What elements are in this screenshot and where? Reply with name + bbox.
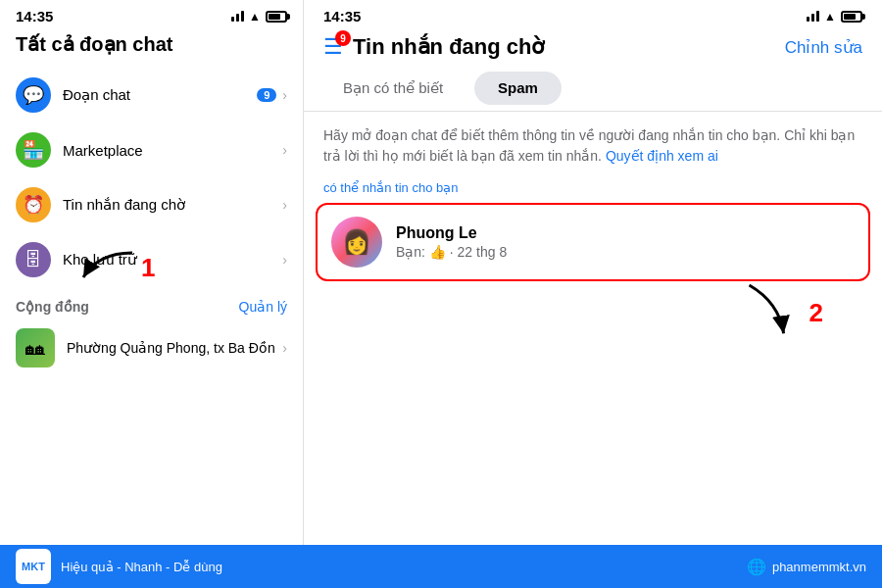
community-thumbnail: 🏘 (16, 328, 55, 368)
globe-icon: 🌐 (747, 558, 766, 576)
community-section-header: Cộng đồng Quản lý (0, 287, 303, 320)
page-title: Tin nhắn đang chờ (353, 34, 544, 60)
menu-label-marketplace: Marketplace (63, 142, 282, 159)
mkt-logo: MKT (16, 549, 51, 584)
info-text-content: Hãy mở đoạn chat để biết thêm thông tin … (323, 127, 855, 164)
archive-icon: 🗄 (16, 242, 51, 277)
battery-icon (266, 11, 287, 23)
community-item[interactable]: 🏘 Phường Quảng Phong, tx Ba Đồn › (0, 320, 303, 375)
community-manage-button[interactable]: Quản lý (239, 299, 287, 315)
pending-menu-icon: ⏰ (16, 187, 51, 222)
edit-button[interactable]: Chỉnh sửa (785, 37, 862, 58)
pending-list: có thể nhắn tin cho bạn 👩 Phuong Le Bạn:… (304, 172, 882, 287)
annotation-2-label: 2 (809, 298, 823, 328)
right-panel: 14:35 ▲ ☰ 9 Tin nhắn đang chờ (304, 0, 882, 545)
message-card[interactable]: 👩 Phuong Le Bạn: 👍 · 22 thg 8 (316, 203, 870, 281)
left-panel: 14:35 ▲ Tất cả đoạn chat 💬 Đoạn chat (0, 0, 304, 545)
menu-label-tin-nhan: Tin nhắn đang chờ (63, 196, 282, 214)
website-label: phanmemmkt.vn (772, 560, 866, 574)
right-header: ☰ 9 Tin nhắn đang chờ Chỉnh sửa (304, 28, 882, 72)
right-time: 14:35 (323, 8, 361, 24)
signal-icon (231, 11, 244, 22)
menu-item-marketplace[interactable]: 🏪 Marketplace › (8, 122, 295, 177)
chevron-icon-3: › (282, 252, 287, 268)
menu-item-tin-nhan[interactable]: ⏰ Tin nhắn đang chờ › (8, 177, 295, 232)
menu-item-kho-luu-tru[interactable]: 🗄 Kho lưu trữ › (8, 232, 295, 287)
bottom-bar: MKT Hiệu quả - Nhanh - Dễ dùng 🌐 phanmem… (0, 545, 882, 588)
message-sender-name: Phuong Le (396, 224, 507, 242)
tab-ban-co-the-biet[interactable]: Bạn có thể biết (319, 72, 466, 105)
chat-badge: 9 (257, 88, 276, 102)
info-link[interactable]: Quyết định xem ai (606, 148, 718, 164)
arrow-2-icon (727, 278, 807, 347)
menu-label-kho-luu-tru: Kho lưu trữ (63, 251, 282, 269)
right-status-icons: ▲ (807, 10, 862, 24)
community-name: Phường Quảng Phong, tx Ba Đồn (67, 340, 282, 356)
bottom-tagline: Hiệu quả - Nhanh - Dễ dùng (61, 560, 222, 574)
marketplace-icon: 🏪 (16, 132, 51, 168)
left-header: Tất cả đoạn chat (0, 28, 303, 68)
menu-label-doan-chat: Đoạn chat (63, 86, 257, 104)
chevron-icon-1: › (282, 142, 287, 158)
pending-menu-button[interactable]: ☰ 9 (323, 34, 343, 60)
message-preview: Bạn: 👍 · 22 thg 8 (396, 244, 507, 260)
tabs-row: Bạn có thể biết Spam (304, 72, 882, 112)
chat-icon: 💬 (16, 77, 51, 113)
right-battery-icon (841, 11, 862, 23)
annotation-2-container: 2 (304, 287, 882, 332)
community-chevron-icon: › (282, 340, 287, 356)
pending-count-badge: 9 (335, 30, 351, 46)
message-info: Phuong Le Bạn: 👍 · 22 thg 8 (396, 224, 507, 260)
avatar: 👩 (331, 217, 382, 268)
menu-item-doan-chat[interactable]: 💬 Đoạn chat 9 › (8, 68, 295, 122)
community-section-title: Cộng đồng (16, 299, 89, 315)
right-header-left: ☰ 9 Tin nhắn đang chờ (323, 34, 544, 60)
bottom-right: 🌐 phanmemmkt.vn (747, 558, 866, 576)
chevron-icon-0: › (282, 87, 287, 103)
right-wifi-icon: ▲ (824, 10, 836, 24)
pending-intro-text: có thể nhắn tin cho bạn (316, 178, 870, 203)
left-status-bar: 14:35 ▲ (0, 0, 303, 28)
right-signal-icon (807, 11, 819, 22)
wifi-icon: ▲ (249, 10, 261, 24)
menu-list: 💬 Đoạn chat 9 › 🏪 Marketplace › ⏰ Tin nh… (0, 68, 303, 287)
bottom-left: MKT Hiệu quả - Nhanh - Dễ dùng (16, 549, 222, 584)
chevron-icon-2: › (282, 197, 287, 213)
left-time: 14:35 (16, 8, 53, 24)
left-status-icons: ▲ (231, 10, 287, 24)
right-status-bar: 14:35 ▲ (304, 0, 882, 28)
tab-spam[interactable]: Spam (474, 72, 562, 105)
info-text-block: Hãy mở đoạn chat để biết thêm thông tin … (304, 112, 882, 172)
